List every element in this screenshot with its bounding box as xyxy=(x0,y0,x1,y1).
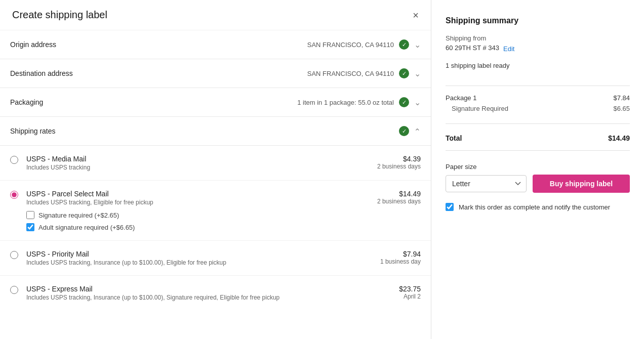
shipping-rates-header[interactable]: Shipping rates ✓ ⌄ xyxy=(0,117,431,146)
rate-info-parcel-select: USPS - Parcel Select Mail Includes USPS … xyxy=(26,190,365,231)
rate-days-priority-mail: 1 business day xyxy=(365,258,421,265)
paper-size-select-wrapper: Letter 4x6 Label xyxy=(446,175,527,192)
rate-price-parcel-select: $14.49 2 business days xyxy=(365,190,421,205)
mark-complete-checkbox[interactable] xyxy=(446,203,454,211)
rate-price-priority-mail: $7.94 1 business day xyxy=(365,250,421,265)
option-row-sig-req: Signature required (+$2.65) xyxy=(26,211,365,219)
rate-radio-parcel-select[interactable] xyxy=(10,191,18,199)
rate-amount-parcel-select: $14.49 xyxy=(365,190,421,198)
rate-details-media-mail: Includes USPS tracking xyxy=(26,164,365,171)
checkbox-sig-req[interactable] xyxy=(26,211,34,219)
summary-sig-row: Signature Required $6.65 xyxy=(446,105,630,112)
summary-package-price: $7.84 xyxy=(613,94,630,102)
summary-sig-price: $6.65 xyxy=(613,105,630,112)
destination-address-right: SAN FRANCISCO, CA 94110 ✓ ⌄ xyxy=(307,68,421,78)
label-adult-sig: Adult signature required (+$6.65) xyxy=(38,224,135,231)
rate-item-parcel-select: USPS - Parcel Select Mail Includes USPS … xyxy=(0,181,431,241)
paper-size-row: Letter 4x6 Label Buy shipping label xyxy=(446,175,630,193)
origin-address-accordion[interactable]: Origin address SAN FRANCISCO, CA 94110 ✓… xyxy=(0,30,431,59)
rate-price-media-mail: $4.39 2 business days xyxy=(365,155,421,170)
rate-amount-priority-mail: $7.94 xyxy=(365,250,421,258)
modal-title: Create shipping label xyxy=(12,9,107,21)
origin-verified-icon: ✓ xyxy=(399,39,409,50)
checkbox-adult-sig[interactable] xyxy=(26,223,34,231)
rate-amount-express-mail: $23.75 xyxy=(365,285,421,293)
shipping-rates-section: Shipping rates ✓ ⌄ USPS - Media Mail Inc… xyxy=(0,117,431,310)
option-row-adult-sig: Adult signature required (+$6.65) xyxy=(26,223,365,231)
summary-total-row: Total $14.49 xyxy=(446,134,630,142)
rate-details-express-mail: Includes USPS tracking, Insurance (up to… xyxy=(26,294,365,301)
packaging-chevron-icon: ⌄ xyxy=(414,98,421,107)
packaging-verified-icon: ✓ xyxy=(399,97,409,107)
packaging-right: 1 item in 1 package: 55.0 oz total ✓ ⌄ xyxy=(297,97,421,107)
destination-address-label: Destination address xyxy=(10,69,73,77)
rate-options-parcel-select: Signature required (+$2.65) Adult signat… xyxy=(26,211,365,231)
rate-radio-media-mail[interactable] xyxy=(10,156,18,164)
packaging-accordion[interactable]: Packaging 1 item in 1 package: 55.0 oz t… xyxy=(0,88,431,116)
rate-radio-priority-mail[interactable] xyxy=(10,251,18,259)
left-panel: Create shipping label × Origin address S… xyxy=(0,0,431,339)
destination-address-value: SAN FRANCISCO, CA 94110 xyxy=(307,70,394,77)
rate-item-media-mail: USPS - Media Mail Includes USPS tracking… xyxy=(0,146,431,181)
origin-address-section: Origin address SAN FRANCISCO, CA 94110 ✓… xyxy=(0,30,431,59)
summary-divider-2 xyxy=(446,123,630,124)
rate-info-priority-mail: USPS - Priority Mail Includes USPS track… xyxy=(26,250,365,266)
paper-size-select[interactable]: Letter 4x6 Label xyxy=(446,175,527,192)
summary-title: Shipping summary xyxy=(446,16,630,25)
shipping-rates-chevron-icon: ⌄ xyxy=(414,126,421,136)
summary-divider-3 xyxy=(446,150,630,151)
rate-name-parcel-select: USPS - Parcel Select Mail xyxy=(26,190,365,198)
edit-address-button[interactable]: Edit xyxy=(503,45,514,53)
destination-chevron-icon: ⌄ xyxy=(414,69,421,78)
modal-header: Create shipping label × xyxy=(0,0,431,30)
destination-verified-icon: ✓ xyxy=(399,68,409,78)
summary-total-label: Total xyxy=(446,134,462,142)
summary-address: 60 29TH ST # 343 xyxy=(446,44,499,52)
summary-package-row: Package 1 $7.84 xyxy=(446,94,630,102)
paper-size-label: Paper size xyxy=(446,163,630,171)
modal: Create shipping label × Origin address S… xyxy=(0,0,644,339)
shipping-rates-label: Shipping rates xyxy=(10,127,56,135)
close-button[interactable]: × xyxy=(413,10,419,20)
rate-days-express-mail: April 2 xyxy=(365,293,421,300)
summary-package-label: Package 1 xyxy=(446,94,476,102)
packaging-label: Packaging xyxy=(10,98,43,106)
rate-details-priority-mail: Includes USPS tracking, Insurance (up to… xyxy=(26,259,365,266)
mark-complete-label: Mark this order as complete and notify t… xyxy=(459,203,610,211)
rate-info-express-mail: USPS - Express Mail Includes USPS tracki… xyxy=(26,285,365,301)
shipping-rates-verified-icon: ✓ xyxy=(399,126,409,136)
buy-shipping-label-button[interactable]: Buy shipping label xyxy=(533,175,630,193)
origin-address-label: Origin address xyxy=(10,40,56,49)
origin-address-value: SAN FRANCISCO, CA 94110 xyxy=(307,41,394,49)
summary-sig-label: Signature Required xyxy=(452,105,508,112)
label-sig-req: Signature required (+$2.65) xyxy=(38,211,119,219)
shipping-rates-right: ✓ ⌄ xyxy=(399,126,421,136)
summary-divider-1 xyxy=(446,86,630,86)
destination-address-accordion[interactable]: Destination address SAN FRANCISCO, CA 94… xyxy=(0,59,431,88)
origin-chevron-icon: ⌄ xyxy=(414,40,421,50)
rate-days-media-mail: 2 business days xyxy=(365,163,421,170)
rate-name-media-mail: USPS - Media Mail xyxy=(26,155,365,163)
packaging-value: 1 item in 1 package: 55.0 oz total xyxy=(297,99,394,106)
destination-address-section: Destination address SAN FRANCISCO, CA 94… xyxy=(0,59,431,88)
summary-total-price: $14.49 xyxy=(608,134,630,142)
rate-item-express-mail: USPS - Express Mail Includes USPS tracki… xyxy=(0,276,431,310)
rate-details-parcel-select: Includes USPS tracking, Eligible for fre… xyxy=(26,199,365,206)
right-panel: Shipping summary Shipping from 60 29TH S… xyxy=(431,0,644,339)
packaging-section: Packaging 1 item in 1 package: 55.0 oz t… xyxy=(0,88,431,117)
rate-days-parcel-select: 2 business days xyxy=(365,198,421,205)
summary-shipping-from-label: Shipping from xyxy=(446,34,630,42)
rate-item-priority-mail: USPS - Priority Mail Includes USPS track… xyxy=(0,241,431,276)
origin-address-right: SAN FRANCISCO, CA 94110 ✓ ⌄ xyxy=(307,39,421,50)
rate-price-express-mail: $23.75 April 2 xyxy=(365,285,421,300)
rate-radio-express-mail[interactable] xyxy=(10,286,18,294)
mark-complete-row: Mark this order as complete and notify t… xyxy=(446,203,630,211)
rate-amount-media-mail: $4.39 xyxy=(365,155,421,163)
summary-ready-label: 1 shipping label ready xyxy=(446,62,630,69)
rate-name-express-mail: USPS - Express Mail xyxy=(26,285,365,293)
rate-info-media-mail: USPS - Media Mail Includes USPS tracking xyxy=(26,155,365,171)
rate-name-priority-mail: USPS - Priority Mail xyxy=(26,250,365,258)
